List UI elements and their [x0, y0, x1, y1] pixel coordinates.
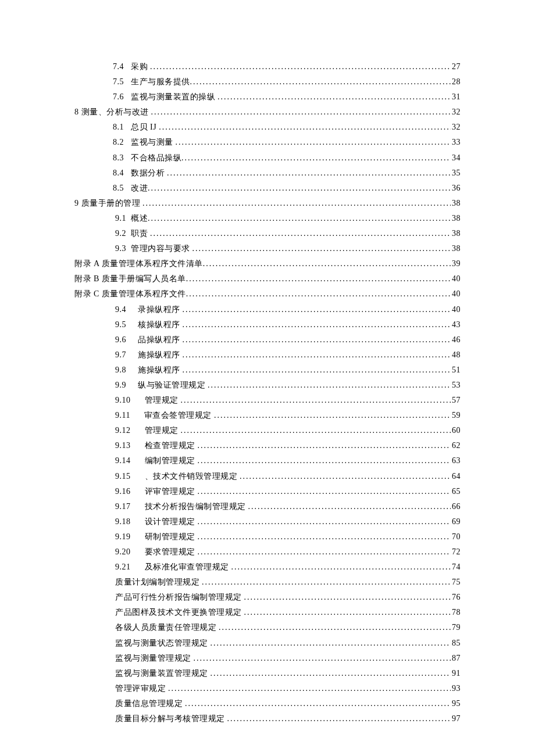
toc-page-number: 40: [451, 306, 461, 314]
toc-page-number: 72: [451, 548, 461, 556]
toc-title: 监视与测量装置管理规定: [115, 669, 211, 678]
toc-number: 9.5: [115, 321, 138, 329]
toc-number: 9.13: [115, 442, 145, 450]
toc-title: 审查会签管理规定: [144, 411, 214, 420]
toc-leader-dots: [231, 563, 451, 571]
toc-leader-dots: [198, 488, 451, 496]
toc-title: 录操纵程序: [138, 306, 183, 314]
toc-number: 9.12: [115, 427, 145, 435]
toc-page-number: 76: [451, 593, 461, 601]
toc-title: 概述: [131, 214, 148, 223]
toc-number: 9.2: [115, 230, 131, 238]
toc-page-number: 36: [451, 184, 461, 192]
toc-title: 要求管理规定: [145, 548, 198, 556]
toc-number: 7.4: [113, 63, 131, 71]
toc-title: 管理内容与要求: [131, 245, 192, 253]
toc-number: 8.5: [113, 184, 131, 192]
toc-page-number: 40: [451, 275, 461, 283]
toc-page-number: 38: [451, 245, 461, 253]
toc-page-number: 93: [451, 685, 461, 693]
toc-leader-dots: [183, 351, 451, 359]
toc-page-number: 66: [451, 503, 461, 511]
toc-title: 质量计划编制管理规定: [115, 578, 202, 586]
toc-title: 研制管理规定: [145, 533, 198, 541]
toc-row: 9.8 施操纵程序 51: [74, 366, 461, 381]
toc-leader-dots: [185, 700, 451, 708]
toc-row: 9.12 管理规定 60: [74, 427, 461, 442]
toc-leader-dots: [248, 503, 451, 511]
toc-number: 9.14: [115, 457, 145, 465]
toc-page-number: 74: [451, 563, 461, 571]
toc-page-number: 28: [451, 78, 461, 86]
toc-row: 9.2 职责 38: [74, 230, 461, 245]
toc-leader-dots: [227, 715, 451, 723]
toc-page-number: 27: [451, 63, 461, 71]
toc-leader-dots: [219, 624, 451, 632]
toc-page-number: 32: [451, 108, 461, 116]
toc-row: 9.13 检查管理规定 62: [74, 442, 461, 457]
toc-row: 监视与测量状态管理规定 85: [74, 639, 461, 654]
toc-leader-dots: [181, 427, 451, 435]
toc-number: 9.8: [115, 366, 138, 374]
toc-row: 质量信息管理规定 95: [74, 700, 461, 715]
toc-leader-dots: [150, 63, 451, 71]
toc-leader-dots: [198, 457, 451, 465]
toc-leader-dots: [194, 654, 451, 662]
toc-row: 9.18 设计管理规定 69: [74, 518, 461, 533]
toc-title: 质量信息管理规定: [115, 700, 185, 708]
toc-title: 各级人员质量责任管理规定: [115, 624, 219, 632]
toc-row: 8.2 监视与测量 33: [74, 138, 461, 153]
toc-row: 9.21 及标准化审查管理规定 74: [74, 563, 461, 578]
toc-leader-dots: [167, 169, 451, 177]
toc-leader-dots: [183, 336, 451, 344]
toc-title: 监视与测量: [131, 138, 176, 146]
toc-page-number: 48: [451, 351, 461, 359]
toc-row: 9.6 品操纵程序 46: [74, 336, 461, 351]
toc-title: 纵与验证管理规定: [138, 381, 208, 389]
toc-title: 生产与服务提供: [131, 78, 190, 86]
toc-title: 品操纵程序: [138, 336, 183, 344]
toc-page-number: 35: [451, 169, 461, 177]
toc-leader-dots: [198, 442, 451, 450]
toc-title: 采购: [131, 63, 150, 71]
toc-page-number: 59: [451, 411, 461, 420]
toc-leader-dots: [176, 138, 451, 146]
toc-leader-dots: [203, 260, 451, 268]
toc-row: 9.17 技术分析报告编制管理规定 66: [74, 503, 461, 518]
toc-page-number: 57: [451, 396, 461, 404]
toc-number: 9.4: [115, 306, 138, 314]
toc-row: 7.6 监视与测量装置的操纵 31: [74, 93, 461, 108]
toc-leader-dots: [192, 245, 451, 253]
toc-leader-dots: [211, 639, 451, 647]
toc-page-number: 38: [451, 230, 461, 238]
toc-leader-dots: [181, 396, 451, 404]
toc-page-number: 46: [451, 336, 461, 344]
toc-page-number: 95: [451, 700, 461, 708]
toc-leader-dots: [190, 78, 451, 86]
toc-page-number: 63: [451, 457, 461, 465]
toc-title: 改进: [131, 184, 148, 192]
toc-title: 不合格品操纵: [131, 154, 181, 162]
toc-row: 9.11 审查会签管理规定 59: [74, 411, 461, 427]
toc-row: 8.1 总贝 IJ 32: [74, 123, 461, 138]
toc-title: 监视与测量管理规定: [115, 654, 194, 662]
toc-row: 9 质量手册的管理 38: [74, 199, 461, 214]
toc-title: 核操纵程序: [138, 321, 183, 329]
toc-row: 附录 A 质量管理体系程序文件清单39: [74, 260, 461, 275]
toc-leader-dots: [198, 548, 451, 556]
toc-page-number: 32: [451, 123, 461, 131]
toc-number: 8.2: [113, 138, 131, 146]
toc-page-number: 38: [451, 199, 461, 207]
toc-leader-dots: [202, 578, 451, 586]
toc-row: 9.1 概述38: [74, 214, 461, 230]
toc-page-number: 78: [451, 608, 461, 617]
toc-page-number: 39: [451, 260, 461, 268]
toc-number: 7.5: [113, 78, 131, 86]
toc-page-number: 33: [451, 138, 461, 146]
toc-page-number: 85: [451, 639, 461, 647]
toc-number: 9.21: [115, 563, 145, 571]
toc-leader-dots: [217, 93, 451, 101]
toc-title: 职责: [131, 230, 150, 238]
toc-page-number: 62: [451, 442, 461, 450]
toc-title: 施操纵程序: [138, 366, 183, 374]
